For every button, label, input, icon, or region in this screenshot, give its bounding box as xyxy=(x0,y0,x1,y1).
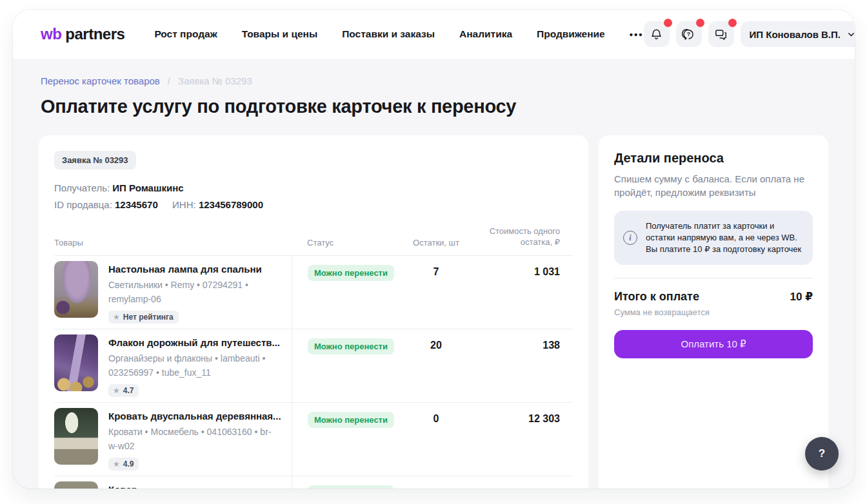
column-header-stock: Остатки, шт xyxy=(397,238,475,247)
inn-value: 123456789000 xyxy=(199,199,263,210)
status-badge: Можно перенести xyxy=(308,485,394,489)
recipient-line: Получатель: ИП Ромашкинс xyxy=(54,182,573,193)
nav-more-menu[interactable]: ••• xyxy=(630,29,644,40)
support-button[interactable]: ? xyxy=(676,21,702,47)
info-text: Получатель платит за карточки и остатки … xyxy=(646,220,804,255)
product-image-lamp xyxy=(54,261,98,318)
cost-cell xyxy=(475,476,573,489)
bell-icon xyxy=(650,28,663,41)
account-name: ИП Коновалов В.П. xyxy=(750,29,841,40)
support-badge-dot xyxy=(696,19,704,27)
product-image xyxy=(54,481,98,489)
rating-badge: ★ 4.9 xyxy=(108,458,139,470)
transfer-details-panel: Детали переноса Спишем сумму с баланса. … xyxy=(599,135,828,489)
status-badge: Можно перенести xyxy=(308,412,394,428)
nav-goods-prices[interactable]: Товары и цены xyxy=(242,28,318,40)
product-title: Ковер... xyxy=(108,484,145,489)
column-header-status: Статус xyxy=(292,238,397,247)
question-mark-icon: ? xyxy=(819,447,825,460)
column-header-cost: Стоимость одного остатка, ₽ xyxy=(475,226,573,247)
product-info: Ковер... xyxy=(108,481,145,489)
status-badge: Можно перенести xyxy=(308,265,394,281)
request-card: Заявка № 03293 Получатель: ИП Ромашкинс … xyxy=(39,135,588,489)
total-amount: 10 ₽ xyxy=(790,290,813,304)
goods-table-header: Товары Статус Остатки, шт Стоимость одно… xyxy=(54,226,573,256)
divider xyxy=(614,278,813,278)
product-subtitle: Светильники • Remy • 07294291 • remylamp… xyxy=(108,278,276,306)
goods-cell: Кровать двуспальная деревянная... Кроват… xyxy=(54,403,292,476)
panel-title: Детали переноса xyxy=(614,151,813,166)
product-title: Кровать двуспальная деревянная... xyxy=(108,411,276,422)
chevron-down-icon xyxy=(847,30,855,39)
product-subtitle: Кровати • Мосмебель • 041063160 • br-w-w… xyxy=(108,425,276,453)
product-image-flacon xyxy=(54,334,98,391)
rating-value: 4.9 xyxy=(123,460,134,469)
goods-cell: Настольная лампа для спальни Светильники… xyxy=(54,256,292,329)
messages-badge-dot xyxy=(728,19,737,27)
star-icon: ★ xyxy=(113,386,120,395)
chat-bubbles-icon xyxy=(714,28,728,41)
panel-description: Спишем сумму с баланса. Если оплата не п… xyxy=(614,172,813,199)
nav-promotion[interactable]: Продвижение xyxy=(537,28,605,40)
notifications-button[interactable] xyxy=(644,21,670,47)
goods-cell: Флакон дорожный для путешеств... Органай… xyxy=(54,329,292,402)
breadcrumb: Перенос карточек товаров / Заявка № 0329… xyxy=(41,75,252,86)
table-row[interactable]: Ковер... Можно перенести xyxy=(54,476,573,489)
table-row[interactable]: Флакон дорожный для путешеств... Органай… xyxy=(54,329,573,403)
request-number-badge: Заявка № 03293 xyxy=(54,151,136,170)
page-title: Оплатите услугу по подготовке карточек к… xyxy=(41,96,516,117)
goods-cell: Ковер... xyxy=(54,476,292,489)
info-icon: i xyxy=(623,231,637,245)
seller-line: ID продавца: 12345670 ИНН: 123456789000 xyxy=(54,199,573,210)
payment-info-note: i Получатель платит за карточки и остатк… xyxy=(614,211,813,265)
rating-badge: ★ 4.7 xyxy=(108,384,139,397)
recipient-label: Получатель: xyxy=(54,182,110,193)
product-info: Кровать двуспальная деревянная... Кроват… xyxy=(108,408,276,470)
rating-value: Нет рейтинга xyxy=(123,313,174,322)
breadcrumb-link-card-transfer[interactable]: Перенос карточек товаров xyxy=(41,75,160,86)
notification-badge-dot xyxy=(664,19,672,27)
star-icon: ★ xyxy=(113,460,120,469)
pay-button[interactable]: Оплатить 10 ₽ xyxy=(614,330,813,358)
seller-id-label: ID продавца: xyxy=(54,199,112,210)
cost-cell: 12 303 xyxy=(475,403,573,476)
main-menu: Рост продаж Товары и цены Поставки и зак… xyxy=(154,28,643,40)
column-header-goods: Товары xyxy=(54,238,292,247)
nav-analytics[interactable]: Аналитика xyxy=(459,28,512,40)
cost-cell: 138 xyxy=(475,329,573,402)
product-title: Флакон дорожный для путешеств... xyxy=(108,337,276,348)
messages-button[interactable] xyxy=(708,21,734,47)
nav-sales-growth[interactable]: Рост продаж xyxy=(154,28,217,40)
wb-partners-logo[interactable]: wb partners xyxy=(41,25,125,43)
stock-cell: 0 xyxy=(397,403,475,476)
header-actions: ? ИП Коновалов В.П. xyxy=(644,21,855,47)
breadcrumb-current-request: Заявка № 03293 xyxy=(178,75,252,86)
svg-text:?: ? xyxy=(687,31,690,37)
stock-cell: 7 xyxy=(397,256,475,329)
table-row[interactable]: Кровать двуспальная деревянная... Кроват… xyxy=(54,403,573,476)
app-window: wb partners Рост продаж Товары и цены По… xyxy=(13,10,855,489)
product-info: Флакон дорожный для путешеств... Органай… xyxy=(108,334,276,397)
cost-cell: 1 031 xyxy=(475,256,573,329)
product-subtitle: Органайзеры и флаконы • lambeauti • 0232… xyxy=(108,351,276,380)
stock-cell: 20 xyxy=(397,329,475,402)
product-info: Настольная лампа для спальни Светильники… xyxy=(108,261,276,324)
status-cell: Можно перенести xyxy=(292,403,397,476)
question-bubble-icon: ? xyxy=(682,28,695,41)
account-switcher[interactable]: ИП Коновалов В.П. xyxy=(741,21,855,47)
total-row: Итого к оплате 10 ₽ xyxy=(614,290,813,304)
logo-partners: partners xyxy=(65,25,125,43)
table-row[interactable]: Настольная лампа для спальни Светильники… xyxy=(54,256,573,329)
help-button[interactable]: ? xyxy=(805,437,839,470)
nav-supplies-orders[interactable]: Поставки и заказы xyxy=(342,28,435,40)
breadcrumb-separator: / xyxy=(168,75,170,86)
inn-label: ИНН: xyxy=(172,199,196,210)
status-cell: Можно перенести xyxy=(292,329,397,402)
total-note: Сумма не возвращается xyxy=(614,307,813,317)
top-navigation-bar: wb partners Рост продаж Товары и цены По… xyxy=(13,10,855,59)
status-cell: Можно перенести xyxy=(292,476,397,489)
star-icon: ★ xyxy=(113,313,120,322)
status-cell: Можно перенести xyxy=(292,256,397,329)
logo-wb: wb xyxy=(41,25,61,43)
total-label: Итого к оплате xyxy=(614,290,699,304)
